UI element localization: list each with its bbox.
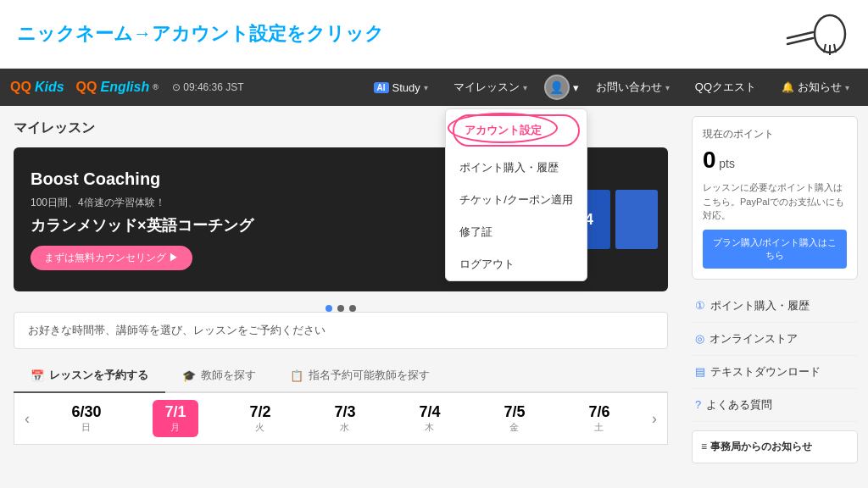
- navbar-contact[interactable]: お問い合わせ ▾: [587, 76, 678, 98]
- annotation-bar: ニックネーム→アカウント設定をクリック: [0, 0, 868, 69]
- banner-dot-1[interactable]: [326, 305, 332, 312]
- tab-nominated[interactable]: 📋 指名予約可能教師を探す: [273, 359, 447, 393]
- my-lesson-chevron: ▾: [523, 83, 527, 92]
- sidebar-link-item[interactable]: ◎オンラインストア: [692, 323, 858, 356]
- svg-line-0: [787, 32, 813, 38]
- sidebar-link-item[interactable]: ▤テキストダウンロード: [692, 356, 858, 389]
- date-items: 6/30日7/1月7/2火7/3水7/4木7/5金7/6土: [40, 400, 642, 437]
- tab-teacher[interactable]: 🎓 教師を探す: [165, 359, 273, 393]
- navbar-ai-study[interactable]: AI Study ▾: [365, 78, 437, 97]
- main-layout: マイレッスン Boost Coaching 100日間、4倍速の学習体験！ カラ…: [0, 106, 868, 474]
- qq-quest-label: QQクエスト: [695, 80, 756, 95]
- logo-english: English: [100, 80, 149, 95]
- logo-qq: QQ: [10, 80, 31, 95]
- banner-dot-3[interactable]: [349, 305, 356, 312]
- contact-chevron: ▾: [665, 83, 670, 92]
- logo-qq2: QQ: [76, 80, 97, 95]
- avatar[interactable]: 👤: [544, 75, 570, 100]
- banner-subtitle: 100日間、4倍速の学習体験！: [31, 196, 493, 210]
- logo-kids: Kids: [35, 80, 64, 95]
- dropdown-account-settings[interactable]: アカウント設定: [453, 114, 580, 147]
- sidebar-notice: ≡ 事務局からのお知らせ: [692, 430, 858, 463]
- annotation-hand-icon: [783, 8, 851, 59]
- date-next[interactable]: ›: [642, 410, 667, 428]
- logo-registered: ®: [153, 83, 159, 92]
- sidebar-points-title: 現在のポイント: [703, 127, 847, 141]
- logo: QQ Kids QQ English ®: [10, 80, 159, 95]
- my-lesson-label: マイレッスン: [453, 80, 520, 95]
- banner-cta-button[interactable]: まずは無料カウンセリング ▶: [31, 246, 192, 270]
- sidebar-buy-button[interactable]: プラン購入/ポイント購入はこちら: [703, 230, 847, 269]
- tabs: 📅 レッスンを予約する 🎓 教師を探す 📋 指名予約可能教師を探す: [14, 359, 668, 393]
- sidebar-link-item[interactable]: ①ポイント購入・履歴: [692, 290, 858, 323]
- date-item[interactable]: 7/5金: [492, 400, 537, 437]
- dropdown-ticket-coupon[interactable]: チケット/クーポン適用: [446, 184, 587, 216]
- tab-lesson[interactable]: 📅 レッスンを予約する: [14, 359, 165, 393]
- sidebar-notice-title: ≡ 事務局からのお知らせ: [701, 440, 849, 454]
- ai-badge: AI: [374, 82, 389, 93]
- ai-study-label: Study: [392, 81, 420, 94]
- banner-dot-2[interactable]: [337, 305, 344, 312]
- navbar-notice[interactable]: 🔔 お知らせ ▾: [773, 76, 858, 98]
- avatar-button[interactable]: 👤 ▾: [544, 75, 579, 100]
- banner-book-3: [615, 190, 658, 249]
- navbar-time: ⊙ 09:46:36 JST: [172, 81, 244, 93]
- annotation-text: ニックネーム→アカウント設定をクリック: [17, 21, 384, 47]
- date-prev[interactable]: ‹: [14, 410, 40, 428]
- date-item[interactable]: 7/3水: [322, 400, 367, 437]
- navbar-my-lesson[interactable]: マイレッスン ▾: [445, 76, 536, 98]
- dropdown-certificate[interactable]: 修了証: [446, 216, 587, 248]
- sidebar-points-value: 0 pts: [703, 147, 847, 174]
- navbar-qq-quest[interactable]: QQクエスト: [687, 76, 765, 98]
- notice-chevron: ▾: [845, 83, 849, 92]
- banner-title: Boost Coaching: [31, 169, 493, 189]
- avatar-dropdown-wrapper: 👤 ▾ アカウント設定 ポイント購入・履歴 チケット/クーポン適用 修了証 ログ…: [544, 75, 579, 100]
- sidebar-points-box: 現在のポイント 0 pts レッスンに必要なポイント購入はこちら。PayPalで…: [692, 116, 858, 280]
- dropdown-logout[interactable]: ログアウト: [446, 248, 587, 280]
- banner-dots: [14, 305, 668, 312]
- date-strip: ‹ 6/30日7/1月7/2火7/3水7/4木7/5金7/6土 ›: [14, 393, 668, 445]
- notice-label: お知らせ: [798, 80, 842, 95]
- sidebar-points-desc: レッスンに必要なポイント購入はこちら。PayPalでのお支払いにも対応。: [703, 180, 847, 223]
- ai-study-chevron: ▾: [424, 83, 428, 92]
- sidebar-links: ①ポイント購入・履歴◎オンラインストア▤テキストダウンロード?よくある質問: [692, 290, 858, 422]
- contact-label: お問い合わせ: [596, 80, 662, 95]
- sidebar: 現在のポイント 0 pts レッスンに必要なポイント購入はこちら。PayPalで…: [682, 106, 868, 474]
- description-box: お好きな時間帯、講師等を選び、レッスンをご予約ください: [14, 312, 668, 349]
- navbar: QQ Kids QQ English ® ⊙ 09:46:36 JST AI S…: [0, 69, 868, 106]
- svg-line-1: [787, 38, 813, 44]
- date-item[interactable]: 7/4木: [407, 400, 452, 437]
- date-item[interactable]: 7/1月: [153, 400, 198, 437]
- account-dropdown: アカウント設定 ポイント購入・履歴 チケット/クーポン適用 修了証 ログアウト: [445, 108, 587, 281]
- date-item[interactable]: 7/6土: [576, 400, 621, 437]
- dropdown-point-history[interactable]: ポイント購入・履歴: [446, 152, 587, 184]
- sidebar-link-item[interactable]: ?よくある質問: [692, 389, 858, 422]
- banner-main-text: カランメソッド×英語コーチング: [31, 215, 493, 236]
- date-item[interactable]: 7/2火: [237, 400, 282, 437]
- avatar-chevron: ▾: [573, 81, 579, 94]
- date-item[interactable]: 6/30日: [59, 400, 113, 437]
- banner-left: Boost Coaching 100日間、4倍速の学習体験！ カランメソッド×英…: [14, 152, 510, 287]
